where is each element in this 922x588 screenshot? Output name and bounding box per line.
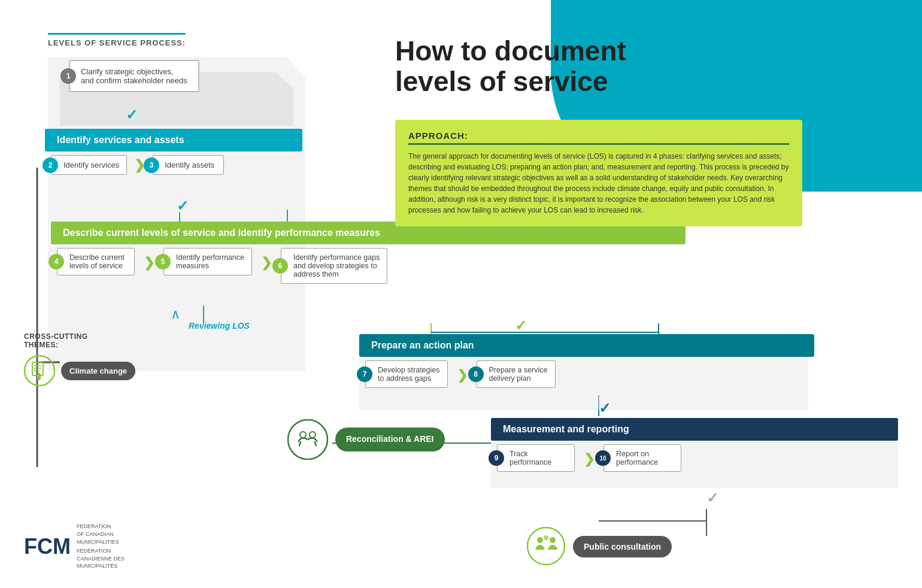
- step8-circle: 8: [468, 366, 484, 382]
- svg-point-27: [550, 537, 556, 543]
- step5-label: Identify performancemeasures: [176, 253, 244, 270]
- reconciliation-label: Reconciliation & AREI: [335, 428, 445, 451]
- reconciliation-section: Reconciliation & AREI: [287, 419, 445, 460]
- svg-point-26: [537, 537, 543, 543]
- approach-text: The general approach for documenting lev…: [408, 151, 789, 216]
- chevron-4-5: ❯: [144, 255, 154, 271]
- svg-rect-17: [32, 362, 43, 375]
- svg-rect-21: [37, 373, 41, 380]
- step6-label: Identify performance gapsand develop str…: [293, 253, 380, 278]
- step2-circle: 2: [43, 157, 58, 173]
- phase-action-bar: Prepare an action plan: [359, 334, 814, 357]
- climate-change-icon: [24, 355, 55, 386]
- arrow-up-reviewing: ∧: [171, 307, 180, 322]
- phase-measurement-bar: Measurement and reporting: [491, 418, 898, 441]
- public-consultation-label: Public consultation: [573, 536, 672, 557]
- step9-label: Trackperformance: [509, 450, 551, 466]
- step3-label: Identify assets: [165, 160, 214, 169]
- step3-circle: 3: [144, 157, 159, 173]
- approach-box: APPROACH: The general approach for docum…: [395, 120, 802, 226]
- arrow-down-3: ✓: [515, 317, 527, 334]
- step6-circle: 6: [272, 258, 288, 274]
- step4-circle: 4: [48, 254, 64, 269]
- step5-circle: 5: [155, 254, 171, 269]
- public-consultation-section: Public consultation: [527, 527, 672, 566]
- step1-circle: 1: [60, 68, 76, 84]
- phase2-bar: Identify services and assets: [45, 129, 302, 151]
- step9-circle: 9: [489, 450, 504, 466]
- fcm-letters: FCM: [24, 534, 71, 559]
- chevron-7-8: ❯: [457, 368, 468, 383]
- chevron-5-6: ❯: [261, 255, 272, 271]
- main-title: How to document levels of service: [395, 36, 626, 96]
- arrow-down-4: ✓: [599, 400, 611, 417]
- reconciliation-icon: [287, 419, 328, 460]
- step2-label: Identify services: [63, 160, 119, 169]
- svg-point-23: [300, 432, 306, 438]
- reviewing-los-label: Reviewing LOS: [189, 320, 250, 331]
- climate-change-pill: Climate change: [61, 362, 135, 380]
- step7-circle: 7: [357, 366, 372, 382]
- los-process-label: LEVELS OF SERVICE PROCESS:: [48, 33, 186, 47]
- step4-label: Describe currentlevels of service: [69, 253, 125, 270]
- approach-label: APPROACH:: [408, 131, 789, 145]
- step10-circle: 10: [595, 450, 611, 466]
- arrow-down-1: ✓: [126, 107, 138, 123]
- step8-label: Prepare a servicedelivery plan: [489, 366, 548, 383]
- cross-cutting-label: CROSS-CUTTINGTHEMES:: [24, 332, 135, 349]
- step10-label: Report onperformance: [616, 450, 658, 466]
- arrow-down-5: ✓: [706, 490, 718, 507]
- fcm-text: FEDERATION OF CANADIAN MUNICIPALITIES FÉ…: [77, 523, 125, 570]
- step1-label: Clarify strategic objectives,and confirm…: [81, 67, 187, 85]
- public-consultation-icon: [527, 527, 566, 566]
- step7-label: Develop strategiesto address gaps: [378, 366, 440, 383]
- svg-point-28: [544, 535, 548, 540]
- svg-point-25: [527, 528, 565, 565]
- svg-point-24: [310, 432, 316, 438]
- fcm-logo: FCM FEDERATION OF CANADIAN MUNICIPALITIE…: [24, 523, 125, 570]
- chevron-9-10: ❯: [584, 451, 595, 467]
- cross-cutting-section: CROSS-CUTTINGTHEMES: Climate change: [24, 332, 135, 386]
- arrow-down-2: ✓: [177, 198, 189, 214]
